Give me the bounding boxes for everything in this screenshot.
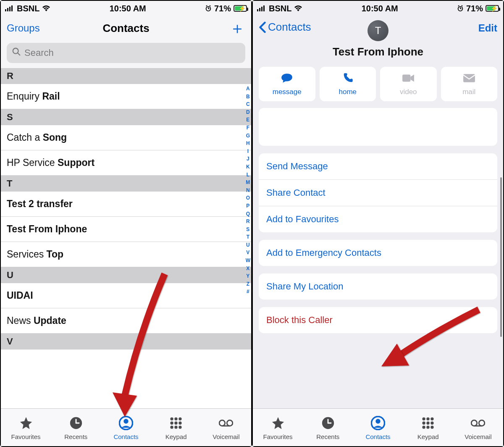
contacts-list[interactable]: REnquiry RailSCatch a SongHP Service Sup… (1, 68, 251, 408)
index-letter[interactable]: F (247, 124, 249, 132)
edit-button[interactable]: Edit (478, 22, 497, 34)
alarm-icon (457, 5, 464, 12)
tab-keypad[interactable]: Keypad (151, 409, 201, 446)
svg-point-48 (430, 417, 433, 420)
svg-point-20 (171, 421, 173, 424)
actions-card-2: Add to Emergency Contacts (259, 240, 497, 266)
tab-voicemail[interactable]: Voicemail (201, 409, 251, 446)
nav-bar: Groups Contacts ＋ (1, 16, 251, 40)
svg-point-27 (227, 420, 233, 426)
tab-contacts[interactable]: Contacts (353, 409, 403, 446)
contact-row[interactable]: HP Service Support (1, 150, 251, 176)
svg-point-53 (427, 426, 430, 429)
voicemail-icon (219, 415, 233, 431)
index-letter[interactable]: C (246, 100, 250, 108)
section-header: R (1, 68, 251, 84)
svg-rect-0 (5, 9, 6, 11)
index-letter[interactable]: T (247, 233, 249, 241)
contact-row[interactable]: Test From Iphone (1, 217, 251, 242)
star-icon (19, 415, 33, 431)
option-row[interactable]: Add to Favourites (259, 206, 497, 232)
section-header: V (1, 334, 251, 350)
action-home[interactable]: home (320, 67, 376, 101)
tab-voicemail[interactable]: Voicemail (453, 409, 503, 446)
svg-line-37 (462, 5, 463, 6)
action-mail: mail (441, 67, 498, 101)
svg-point-25 (178, 426, 181, 429)
index-letter[interactable]: N (246, 187, 250, 195)
add-contact-button[interactable]: ＋ (229, 19, 245, 37)
contact-row[interactable]: Test 2 transfer (1, 192, 251, 217)
index-letter[interactable]: P (246, 202, 249, 210)
svg-line-7 (206, 5, 207, 6)
tab-recents[interactable]: Recents (303, 409, 353, 446)
index-letter[interactable]: L (247, 171, 249, 179)
groups-button[interactable]: Groups (7, 22, 40, 34)
tab-keypad[interactable]: Keypad (403, 409, 453, 446)
contact-detail-screen: BSNL 10:50 AM 71% ⚡ Contacts Edit T Test… (252, 0, 504, 447)
contact-row[interactable]: News Update (1, 308, 251, 334)
action-label: video (400, 88, 417, 96)
search-input[interactable]: Search (7, 43, 245, 63)
battery-icon: ⚡ (234, 5, 247, 12)
index-letter[interactable]: U (246, 241, 250, 249)
option-row[interactable]: Share Contact (259, 180, 497, 206)
wifi-icon (42, 5, 50, 12)
back-button[interactable]: Contacts (259, 21, 311, 34)
option-row[interactable]: Add to Emergency Contacts (259, 240, 497, 266)
index-letter[interactable]: Q (246, 210, 250, 218)
index-letter[interactable]: B (246, 93, 250, 101)
alphabet-index[interactable]: ABCDEFGHIJKLMNOPQRSTUVWXYZ# (246, 85, 250, 296)
option-row[interactable]: Send Message (259, 153, 497, 180)
index-letter[interactable]: J (247, 155, 249, 163)
svg-point-17 (171, 417, 173, 420)
back-label: Contacts (268, 21, 311, 34)
option-row[interactable]: Share My Location (259, 273, 497, 300)
tab-favourites[interactable]: Favourites (253, 409, 303, 446)
tab-contacts[interactable]: Contacts (101, 409, 151, 446)
avatar: T (368, 20, 388, 41)
tab-label: Recents (64, 433, 87, 440)
tab-label: Keypad (165, 433, 187, 440)
tab-recents[interactable]: Recents (51, 409, 101, 446)
index-letter[interactable]: Z (247, 280, 249, 288)
index-letter[interactable]: A (246, 85, 250, 93)
contact-name: Test From Iphone (333, 45, 423, 58)
index-letter[interactable]: M (246, 179, 250, 187)
option-row[interactable]: Block this Caller (259, 307, 497, 333)
svg-rect-32 (263, 5, 265, 11)
tab-label: Contacts (113, 433, 138, 440)
index-letter[interactable]: V (246, 249, 249, 257)
svg-marker-40 (381, 344, 409, 366)
index-letter[interactable]: O (246, 194, 250, 202)
index-letter[interactable]: # (247, 288, 249, 296)
contact-row[interactable]: UIDAI (1, 283, 251, 308)
action-label: mail (462, 88, 475, 96)
contact-row[interactable]: Enquiry Rail (1, 84, 251, 109)
index-letter[interactable]: W (246, 257, 250, 265)
index-letter[interactable]: X (246, 265, 249, 273)
index-letter[interactable]: D (246, 108, 250, 116)
voicemail-icon (471, 415, 485, 431)
index-letter[interactable]: H (246, 139, 250, 147)
index-letter[interactable]: S (246, 226, 249, 234)
index-letter[interactable]: I (247, 147, 249, 155)
section-header: U (1, 267, 251, 283)
signal-icon (5, 5, 14, 11)
contact-row[interactable]: Services Top (1, 242, 251, 267)
svg-point-52 (423, 426, 425, 429)
keypad-icon (421, 415, 435, 431)
svg-point-46 (423, 417, 425, 420)
index-letter[interactable]: K (246, 163, 250, 171)
index-letter[interactable]: R (246, 218, 250, 226)
clock-icon (69, 415, 83, 431)
index-letter[interactable]: E (246, 116, 249, 124)
svg-rect-38 (402, 74, 410, 82)
index-letter[interactable]: G (246, 132, 250, 140)
contact-row[interactable]: Catch a Song (1, 125, 251, 150)
action-message[interactable]: message (259, 67, 315, 101)
index-letter[interactable]: Y (246, 272, 249, 280)
keypad-icon (169, 415, 183, 431)
tab-favourites[interactable]: Favourites (1, 409, 51, 446)
svg-point-50 (427, 421, 430, 424)
